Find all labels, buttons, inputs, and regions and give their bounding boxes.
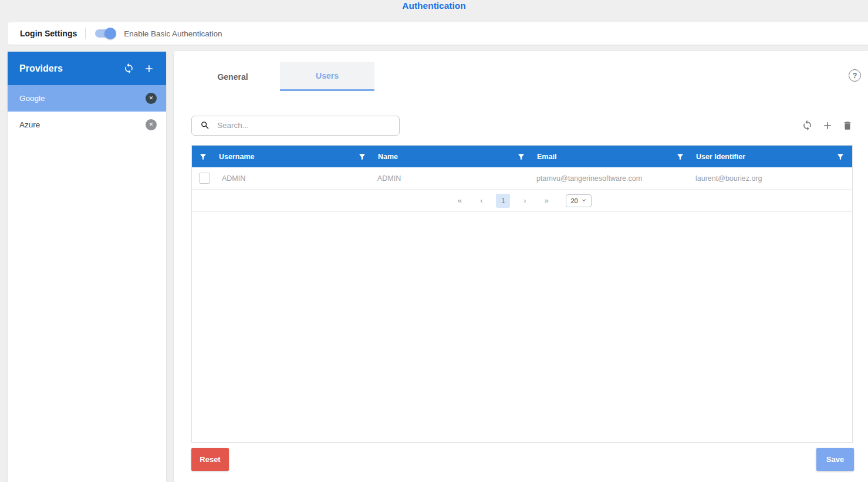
search-field-container: [191, 116, 400, 136]
page-number-button[interactable]: 1: [496, 194, 510, 208]
column-email: Email: [510, 146, 669, 167]
login-settings-bar: Login Settings Enable Basic Authenticati…: [8, 22, 868, 45]
save-button[interactable]: Save: [816, 448, 854, 471]
chevron-down-icon: [581, 198, 587, 204]
trash-icon: [842, 120, 853, 131]
page-title: Authentication: [0, 1, 868, 11]
toggle-knob-icon: [104, 28, 116, 39]
sync-icon: [802, 120, 813, 131]
delete-provider-icon[interactable]: ✕: [146, 119, 157, 130]
filter-icon[interactable]: [676, 153, 684, 161]
cell-username: ADMIN: [192, 167, 351, 189]
login-settings-label: Login Settings: [20, 29, 77, 38]
plus-icon: [143, 63, 155, 75]
next-page-button[interactable]: ›: [518, 194, 532, 208]
column-name: Name: [351, 146, 510, 167]
tab-bar: General Users: [185, 62, 374, 91]
provider-detail-panel: General Users ? Username: [174, 51, 868, 482]
search-icon: [200, 120, 210, 130]
providers-title: Providers: [19, 63, 123, 74]
row-checkbox[interactable]: [199, 173, 210, 184]
page-size-select[interactable]: 20: [566, 194, 591, 207]
sidebar-item-azure[interactable]: Azure ✕: [8, 112, 166, 138]
basic-auth-toggle[interactable]: [95, 29, 115, 38]
sidebar-item-google[interactable]: Google ✕: [8, 85, 166, 112]
cell-actions: [828, 167, 852, 189]
reset-button[interactable]: Reset: [191, 448, 229, 471]
table-header-row: Username Name Email User Identifier: [192, 146, 852, 167]
last-page-button[interactable]: »: [539, 194, 553, 208]
filter-icon[interactable]: [836, 153, 845, 161]
add-user-button[interactable]: [822, 120, 833, 132]
add-provider-button[interactable]: [143, 63, 155, 75]
tab-general[interactable]: General: [185, 62, 280, 91]
basic-auth-toggle-label: Enable Basic Authentication: [124, 29, 222, 38]
providers-sidebar: Providers Google ✕ Azure ✕: [8, 52, 166, 482]
users-table: Username Name Email User Identifier ADMI…: [191, 145, 853, 443]
plus-icon: [822, 120, 833, 132]
cell-name: ADMIN: [351, 167, 510, 189]
column-actions: [828, 146, 852, 167]
cell-user-identifier: laurent@bouriez.org: [669, 167, 828, 189]
column-user-identifier: User Identifier: [669, 146, 828, 167]
provider-label: Google: [19, 94, 146, 103]
sync-icon: [123, 63, 134, 74]
tab-users[interactable]: Users: [280, 62, 374, 91]
delete-provider-icon[interactable]: ✕: [146, 93, 157, 104]
provider-label: Azure: [19, 120, 146, 129]
filter-icon[interactable]: [358, 153, 366, 161]
search-input[interactable]: [217, 121, 399, 130]
filter-icon[interactable]: [199, 153, 207, 161]
users-toolbar: [191, 115, 853, 136]
prev-page-button[interactable]: ‹: [474, 194, 488, 208]
pagination: « ‹ 1 › » 20: [192, 190, 852, 212]
page-size-value: 20: [570, 197, 577, 204]
column-username: Username: [192, 146, 351, 167]
providers-header: Providers: [8, 52, 166, 85]
help-icon[interactable]: ?: [849, 69, 861, 82]
refresh-users-button[interactable]: [802, 120, 813, 131]
divider: [85, 28, 86, 39]
table-row[interactable]: ADMIN ADMIN ptamvu@tangerinesoftware.com…: [192, 167, 852, 190]
delete-users-button[interactable]: [842, 120, 853, 131]
refresh-providers-button[interactable]: [123, 63, 134, 74]
first-page-button[interactable]: «: [452, 194, 467, 208]
cell-email: ptamvu@tangerinesoftware.com: [510, 167, 669, 189]
filter-icon[interactable]: [517, 153, 525, 161]
